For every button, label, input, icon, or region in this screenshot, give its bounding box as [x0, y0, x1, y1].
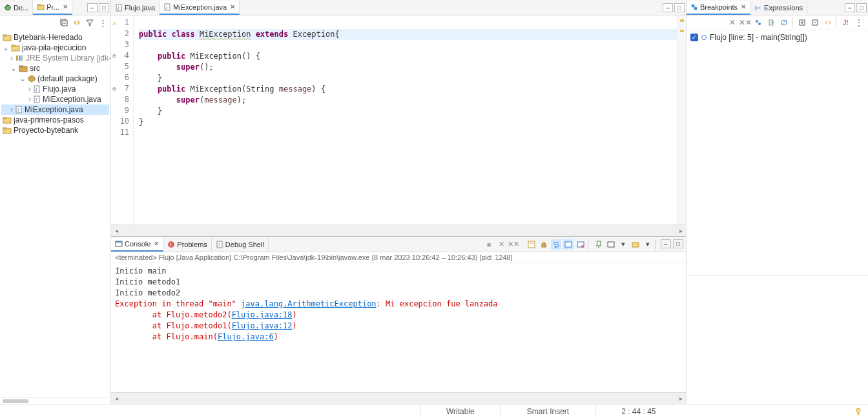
tab-project-explorer[interactable]: Pr... ✕ — [33, 1, 72, 15]
collapse-all-icon[interactable] — [59, 17, 69, 28]
stacktrace-link[interactable]: Flujo.java:6 — [218, 332, 274, 341]
dropdown-icon[interactable]: ▾ — [618, 239, 628, 250]
remove-launch-icon[interactable]: ✕ — [496, 239, 506, 250]
project-bytebank-heredado[interactable]: Bytebank-Heredado — [1, 32, 109, 43]
src-folder[interactable]: ⌄ src — [1, 63, 109, 74]
java-file-icon: J — [15, 106, 23, 114]
link-editor-icon[interactable] — [72, 17, 82, 28]
filter-icon[interactable] — [85, 17, 95, 28]
goto-file-icon[interactable] — [766, 17, 776, 28]
scroll-left-icon[interactable]: ◂ — [111, 227, 121, 234]
console-horizontal-scrollbar[interactable]: ◂ ▸ — [111, 392, 686, 404]
editor-horizontal-scrollbar[interactable]: ◂ ▸ — [111, 224, 686, 236]
svg-rect-1 — [7, 5, 8, 6]
scroll-right-icon[interactable]: ▸ — [676, 395, 686, 402]
warning-mark[interactable] — [680, 19, 684, 22]
tab-debug[interactable]: De... — [0, 1, 33, 15]
exception-link[interactable]: java.lang.ArithmeticException — [241, 299, 377, 308]
expand-icon[interactable]: ⌄ — [10, 64, 17, 73]
tree-label: Proyecto-bytebank — [14, 126, 78, 135]
view-menu-icon[interactable]: ⋮ — [854, 17, 864, 28]
expand-icon[interactable]: ⌄ — [3, 43, 9, 52]
close-icon[interactable]: ✕ — [741, 3, 746, 10]
tab-problems[interactable]: ! Problems — [163, 237, 211, 252]
tab-expressions[interactable]: x= Expressions — [750, 1, 807, 15]
console-output[interactable]: Inicio main Inicio metodo1 Inicio metodo… — [111, 263, 686, 392]
terminate-icon[interactable]: ■ — [484, 239, 494, 250]
scroll-right-icon[interactable]: ▸ — [676, 227, 686, 234]
dropdown-icon[interactable]: ▾ — [643, 239, 653, 250]
project-proyecto-bytebank[interactable]: Proyecto-bytebank — [1, 125, 109, 135]
open-console-icon[interactable] — [630, 239, 641, 250]
expand-icon[interactable]: › — [10, 54, 13, 63]
minimize-button[interactable]: ‒ — [87, 3, 98, 12]
scroll-left-icon[interactable]: ◂ — [111, 395, 121, 402]
expand-all-icon[interactable] — [797, 17, 807, 28]
fold-marker-icon[interactable]: ⊖ — [112, 52, 116, 59]
warning-mark[interactable] — [680, 30, 684, 32]
expand-icon[interactable]: › — [28, 85, 31, 94]
stacktrace-link[interactable]: Flujo.java:18 — [232, 310, 293, 319]
keyword: public class — [139, 30, 200, 39]
display-selected-icon[interactable] — [606, 239, 616, 250]
svg-rect-25 — [3, 117, 6, 119]
tab-breakpoints[interactable]: Breakpoints ✕ — [687, 1, 750, 15]
horizontal-scrollbar[interactable] — [3, 399, 28, 403]
word-wrap-icon[interactable] — [551, 239, 561, 250]
line-number: 4 — [125, 51, 129, 60]
expand-icon[interactable]: › — [28, 95, 31, 104]
breakpoints-toolbar: ✕ ✕✕ J! ⋮ — [687, 15, 868, 30]
add-java-exception-icon[interactable]: J! — [841, 17, 851, 28]
link-icon[interactable] — [823, 17, 833, 28]
jre-system-library[interactable]: › JRE System Library [jdk- — [1, 53, 109, 63]
remove-breakpoint-icon[interactable]: ✕ — [727, 17, 738, 28]
expand-icon[interactable]: ⌄ — [19, 74, 26, 83]
editor-tab-flujo[interactable]: J Flujo.java — [111, 1, 160, 15]
maximize-button[interactable]: □ — [99, 3, 109, 12]
tip-icon[interactable] — [854, 407, 863, 416]
close-icon[interactable]: ✕ — [63, 3, 68, 10]
fold-marker-icon[interactable]: ⊖ — [112, 85, 116, 92]
editor-tab-miexception[interactable]: J MiException.java ✕ — [160, 1, 240, 15]
tree-label: Flujo.java — [43, 85, 76, 94]
overview-ruler[interactable] — [677, 15, 686, 224]
tab-console[interactable]: Console ✕ — [111, 237, 163, 252]
folder-icon — [3, 126, 12, 134]
close-icon[interactable]: ✕ — [154, 240, 159, 247]
file-miexception-selected[interactable]: › J MiException.java — [1, 104, 109, 115]
collapse-all-icon[interactable] — [810, 17, 820, 28]
minimize-button[interactable]: ‒ — [663, 3, 673, 12]
skip-breakpoints-icon[interactable] — [779, 17, 789, 28]
maximize-button[interactable]: □ — [673, 239, 683, 248]
remove-all-breakpoints-icon[interactable]: ✕✕ — [740, 17, 750, 28]
tab-debug-shell[interactable]: J Debug Shell — [212, 237, 269, 252]
file-miexception-tree[interactable]: › J MiException.java — [1, 94, 109, 104]
show-stderr-icon[interactable] — [575, 239, 586, 250]
pin-console-icon[interactable] — [594, 239, 604, 250]
stacktrace-link[interactable]: Flujo.java:12 — [232, 321, 293, 330]
file-flujo[interactable]: › J Flujo.java — [1, 84, 109, 94]
checkbox-checked-icon[interactable]: ✓ — [690, 34, 698, 41]
code-body[interactable]: public class MiException extends Excepti… — [134, 15, 686, 224]
show-console-icon[interactable] — [563, 239, 574, 250]
minimize-button[interactable]: ‒ — [661, 239, 671, 248]
default-package[interactable]: ⌄ (default package) — [1, 74, 109, 84]
clear-console-icon[interactable] — [526, 239, 537, 250]
remove-all-icon[interactable]: ✕✕ — [508, 239, 519, 250]
code-line: } — [139, 74, 162, 83]
show-supported-icon[interactable] — [753, 17, 763, 28]
svg-text:J: J — [35, 87, 37, 92]
project-java-primeros-pasos[interactable]: java-primeros-pasos — [1, 115, 109, 125]
scroll-lock-icon[interactable] — [539, 239, 549, 250]
project-java-pila-ejecucion[interactable]: ⌄ java-pila-ejecucion — [1, 43, 109, 53]
maximize-button[interactable]: □ — [674, 3, 685, 12]
view-menu-icon[interactable]: ⋮ — [98, 17, 108, 28]
maximize-button[interactable]: □ — [856, 3, 867, 12]
expand-icon[interactable]: › — [10, 105, 13, 114]
breakpoint-details-pane — [687, 275, 868, 404]
breakpoint-item[interactable]: ✓ Flujo [line: 5] - main(String[]) — [690, 33, 864, 42]
minimize-button[interactable]: ‒ — [845, 3, 855, 12]
tab-label: Console — [125, 240, 150, 248]
close-icon[interactable]: ✕ — [230, 3, 235, 10]
code-editor[interactable]: ⚠1 2 3 ⊖4 5 6 ⊖7 8 9 10 11 public class … — [111, 15, 686, 224]
